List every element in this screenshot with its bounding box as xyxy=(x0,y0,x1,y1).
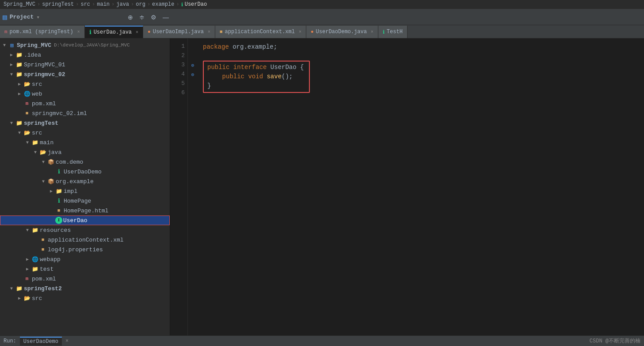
label-org-example: org.example xyxy=(56,178,94,185)
tree-spring-mvc[interactable]: ▼ ▤ Spring_MVC D:\develop_JAVA\Spring_MV… xyxy=(0,40,170,50)
label-test: test xyxy=(40,266,53,273)
arrow-homepage-html: ▶ xyxy=(48,208,55,213)
icon-homepage: ℹ xyxy=(55,197,63,204)
tree-pom-st[interactable]: ▶ m pom.xml xyxy=(0,274,170,284)
tree-impl[interactable]: ▶ 📁 impl xyxy=(0,186,170,196)
arrow-src-st2: ▶ xyxy=(16,296,23,301)
tree-test[interactable]: ▶ 📁 test xyxy=(0,264,170,274)
breadcrumb-spring-mvc[interactable]: Spring_MVC xyxy=(4,1,35,8)
tree-main-st[interactable]: ▼ 📁 main xyxy=(0,138,170,147)
tab-appcontext-close[interactable]: × xyxy=(299,30,301,35)
arrow-springtest: ▼ xyxy=(8,121,15,126)
tree-src-st[interactable]: ▼ 📂 src xyxy=(0,128,170,138)
breadcrumb-org[interactable]: org xyxy=(136,1,145,8)
icon-springmvc02: 📁 xyxy=(15,71,23,78)
toolbar-add-btn[interactable]: ⊕ xyxy=(126,13,135,22)
tab-userdaoimpl-java[interactable]: ● UserDaoImpl.java × xyxy=(143,26,215,38)
tab-userdaodemo-icon: ● xyxy=(311,29,314,35)
breadcrumb-springtest[interactable]: springTest xyxy=(42,1,74,8)
icon-springtest: 📁 xyxy=(15,119,23,127)
main-content: ▼ ▤ Spring_MVC D:\develop_JAVA\Spring_MV… xyxy=(0,38,644,335)
breadcrumb-main[interactable]: main xyxy=(97,1,110,8)
tree-java-st[interactable]: ▼ 📂 java xyxy=(0,147,170,157)
code-highlight-box: public interface UserDao { public void s… xyxy=(203,61,310,93)
line-num-1: 1 xyxy=(170,42,185,51)
arrow-src-st: ▼ xyxy=(16,131,23,135)
tree-org-example[interactable]: ▼ 📦 org.example xyxy=(0,177,170,186)
code-area[interactable]: package org.example; public interface Us… xyxy=(198,38,644,335)
tab-pom-close[interactable]: × xyxy=(77,30,80,35)
breadcrumb-src[interactable]: src xyxy=(80,1,90,8)
icon-org-example: 📦 xyxy=(47,178,55,185)
arrow-appcontext-file: ▶ xyxy=(32,237,39,242)
breadcrumb-java[interactable]: java xyxy=(116,1,129,8)
gutter-4[interactable]: ⊙ xyxy=(188,70,198,79)
label-webapp: webapp xyxy=(40,256,61,263)
label-com-demo: com.demo xyxy=(56,159,83,165)
tab-pom-label: pom.xml (springTest) xyxy=(10,29,73,35)
tree-homepage-html[interactable]: ▶ ■ HomePage.html xyxy=(0,206,170,215)
tree-log4j[interactable]: ▶ ■ log4j.properties xyxy=(0,245,170,254)
breadcrumb-icon: ℹ xyxy=(181,2,183,8)
tab-appcontext-xml[interactable]: ■ applicationContext.xml × xyxy=(215,26,306,38)
run-tab-close[interactable]: × xyxy=(65,338,69,344)
tree-appcontext-file[interactable]: ▶ ■ applicationContext.xml xyxy=(0,235,170,245)
label-src-st: src xyxy=(32,130,42,136)
label-pom-02: pom.xml xyxy=(32,100,56,107)
tree-springtest2[interactable]: ▼ 📁 springTest2 xyxy=(0,284,170,293)
gutter-3[interactable]: ⊙ xyxy=(188,61,198,70)
tree-homepage[interactable]: ▶ ℹ HomePage xyxy=(0,196,170,206)
line-num-4: 4 xyxy=(170,70,185,79)
tab-userdaodemo-close[interactable]: × xyxy=(371,30,373,35)
tree-userdao[interactable]: ▶ I UserDao xyxy=(0,215,170,225)
tab-pom-xml[interactable]: m pom.xml (springTest) × xyxy=(0,26,85,38)
arrow-springtest2: ▼ xyxy=(8,286,15,291)
tree-springmvc02[interactable]: ▼ 📁 springmvc_02 xyxy=(0,69,170,79)
tree-src-02[interactable]: ▶ 📂 src xyxy=(0,79,170,89)
tab-userdaodemo-label: UserDaoDemo.java xyxy=(316,29,367,35)
icon-springtest2: 📁 xyxy=(15,285,23,292)
tab-userdaoimpl-close[interactable]: × xyxy=(208,30,210,35)
icon-main-st: 📁 xyxy=(31,139,39,146)
toolbar-settings-btn[interactable]: ⚙ xyxy=(149,13,158,22)
tab-userdao-close[interactable]: × xyxy=(136,30,138,35)
tree-pom-02[interactable]: ▶ m pom.xml xyxy=(0,99,170,108)
label-src-02: src xyxy=(32,81,42,88)
arrow-userdao: ▶ xyxy=(48,218,55,223)
tree-com-demo[interactable]: ▼ 📦 com.demo xyxy=(0,157,170,167)
tree-webapp[interactable]: ▶ 🌐 webapp xyxy=(0,254,170,264)
toolbar-project-title[interactable]: Project xyxy=(10,14,34,20)
breadcrumb-example[interactable]: example xyxy=(152,1,174,8)
icon-spring-mvc: ▤ xyxy=(8,42,16,49)
tabs-bar: m pom.xml (springTest) × ℹ UserDao.java … xyxy=(0,25,644,38)
watermark: CSDN @不断完善的楠 xyxy=(590,338,640,344)
tab-userdaodemo-java[interactable]: ● UserDaoDemo.java × xyxy=(306,26,378,38)
toolbar-sync-btn[interactable]: ≑ xyxy=(137,13,146,22)
code-line-3: public interface UserDao { xyxy=(207,62,304,72)
toolbar-dropdown-arrow[interactable]: ▾ xyxy=(36,14,40,21)
tree-idea[interactable]: ▶ 📁 .idea xyxy=(0,50,170,60)
tree-springmvc01[interactable]: ▶ 📁 SpringMVC_01 xyxy=(0,60,170,69)
tree-userdaodemo[interactable]: ▶ ℹ UserDaoDemo xyxy=(0,167,170,177)
icon-appcontext-file: ■ xyxy=(39,236,47,243)
arrow-com-demo: ▼ xyxy=(40,160,47,165)
breadcrumb-userdao[interactable]: UserDao xyxy=(185,1,207,8)
toolbar-collapse-btn[interactable]: — xyxy=(161,13,171,22)
tree-resources[interactable]: ▼ 📁 resources xyxy=(0,225,170,235)
label-web-02: web xyxy=(32,91,42,97)
tree-src-st2[interactable]: ▶ 📂 src xyxy=(0,293,170,303)
tree-iml-02[interactable]: ▶ ■ springmvc_02.iml xyxy=(0,108,170,118)
tab-userdao-java[interactable]: ℹ UserDao.java × xyxy=(85,26,143,38)
tree-web-02[interactable]: ▶ 🌐 web xyxy=(0,89,170,99)
label-appcontext-file: applicationContext.xml xyxy=(48,237,124,243)
bottom-left: Run: UserDaoDemo × xyxy=(4,337,69,346)
tree-springtest[interactable]: ▼ 📁 springTest xyxy=(0,118,170,128)
icon-log4j: ■ xyxy=(39,246,47,253)
icon-homepage-html: ■ xyxy=(55,207,63,214)
tab-testh[interactable]: ℹ TestH xyxy=(378,26,408,38)
icon-resources: 📁 xyxy=(31,227,39,234)
icon-src-st2: 📂 xyxy=(23,295,31,302)
run-tab[interactable]: UserDaoDemo xyxy=(20,337,62,346)
icon-test: 📁 xyxy=(31,265,39,273)
arrow-impl: ▶ xyxy=(48,188,55,194)
